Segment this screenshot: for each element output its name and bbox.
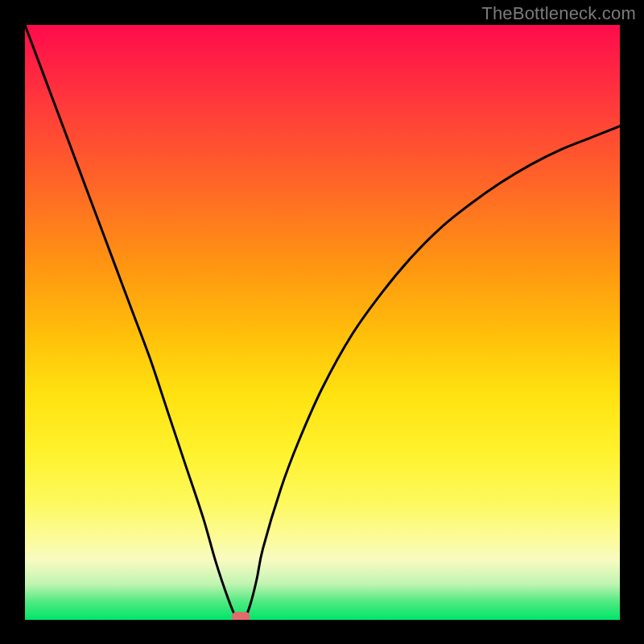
chart-container: TheBottleneck.com [0,0,644,644]
bottleneck-curve [25,25,620,619]
watermark-label: TheBottleneck.com [481,3,636,24]
minimum-marker [232,612,250,620]
curve-svg [25,25,620,620]
